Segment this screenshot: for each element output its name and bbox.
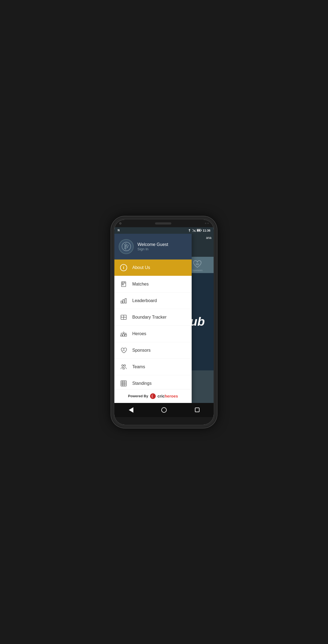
bg-club-text: ub (190, 315, 205, 329)
phone-hardware-bottom (114, 417, 214, 425)
sponsors-svg-icon (120, 347, 127, 354)
about-us-label: About Us (132, 265, 150, 270)
matches-svg-icon (120, 281, 127, 287)
navigation-drawer: Welcome Guest Sign In i About Us (114, 234, 192, 403)
matches-label: Matches (132, 282, 149, 287)
menu-item-sponsors[interactable]: Sponsors (114, 342, 192, 359)
menu-item-boundary-tracker[interactable]: 2 1 Boundary Tracker (114, 309, 192, 326)
sponsors-icon (120, 347, 127, 354)
powered-by-text: Powered By (128, 394, 148, 398)
home-icon (161, 407, 167, 413)
info-circle-icon: i (120, 264, 127, 271)
avatar (119, 239, 134, 254)
sponsors-label: Sponsors (192, 269, 202, 272)
screen-content: ana Sponsors ub (114, 234, 214, 403)
svg-point-28 (122, 365, 123, 366)
status-left: N (118, 229, 120, 232)
boundary-tracker-label: Boundary Tracker (132, 315, 166, 320)
svg-rect-2 (193, 230, 194, 232)
status-bar: N (114, 227, 214, 234)
svg-point-0 (189, 231, 190, 232)
standings-label: Standings (132, 381, 152, 386)
leaderboard-label: Leaderboard (132, 298, 157, 303)
svg-rect-7 (201, 230, 201, 231)
sensor1 (205, 223, 206, 224)
boundary-tracker-icon: 2 1 (120, 313, 127, 321)
menu-item-teams[interactable]: Teams (114, 359, 192, 375)
phone-hardware-top (114, 220, 214, 227)
phone-frame: N (111, 216, 217, 428)
svg-rect-26 (123, 334, 124, 336)
menu-list: i About Us (114, 259, 192, 389)
speaker (155, 222, 171, 225)
bg-partial-text: ana (206, 236, 211, 240)
status-right: 11:36 (188, 229, 210, 232)
svg-rect-16 (122, 284, 123, 285)
back-button[interactable] (126, 405, 136, 415)
wifi-icon (188, 229, 191, 232)
svg-rect-27 (125, 334, 127, 336)
recents-icon (195, 408, 200, 412)
menu-item-matches[interactable]: Matches (114, 276, 192, 293)
standings-icon (120, 380, 127, 387)
drawer-footer: Powered By cricheroes (114, 389, 192, 403)
boundary-svg-icon: 2 1 (120, 314, 127, 321)
battery-icon (197, 229, 202, 232)
sensor2 (207, 223, 209, 224)
menu-item-heroes[interactable]: Heroes (114, 326, 192, 342)
leaderboard-svg-icon (120, 297, 127, 304)
welcome-text: Welcome Guest (137, 242, 168, 247)
camera (119, 222, 121, 225)
teams-label: Teams (132, 364, 145, 369)
heroes-label: Heroes (132, 331, 146, 336)
avatar-logo-icon (121, 241, 132, 252)
heroes-icon (120, 330, 127, 338)
svg-rect-17 (121, 301, 122, 303)
svg-rect-25 (121, 335, 122, 336)
recents-button[interactable] (192, 405, 202, 415)
sponsors-heart-icon (193, 260, 202, 268)
teams-icon (120, 363, 127, 371)
about-us-icon: i (120, 264, 127, 271)
leaderboard-icon (120, 297, 127, 305)
phone-screen: N (114, 220, 214, 425)
menu-item-leaderboard[interactable]: Leaderboard (114, 293, 192, 309)
signin-link[interactable]: Sign In (137, 247, 168, 251)
network-indicator: N (118, 229, 120, 232)
cricheroes-logo-icon (150, 393, 156, 399)
heroes-svg-icon (120, 331, 127, 337)
home-button[interactable] (159, 405, 169, 415)
sponsors-label: Sponsors (132, 348, 151, 353)
svg-point-11 (122, 242, 131, 251)
drawer-header[interactable]: Welcome Guest Sign In (114, 234, 192, 259)
standings-svg-icon (120, 380, 127, 387)
signal-icon (192, 229, 196, 232)
sensors (205, 223, 209, 224)
teams-svg-icon (120, 364, 127, 370)
menu-item-standings[interactable]: Standings (114, 375, 192, 389)
svg-point-29 (124, 365, 126, 366)
svg-rect-19 (125, 299, 126, 303)
status-time: 11:36 (203, 229, 210, 232)
bottom-navigation (114, 403, 214, 417)
matches-icon (120, 280, 127, 288)
back-icon (129, 407, 133, 413)
drawer-header-text: Welcome Guest Sign In (137, 242, 168, 251)
svg-rect-18 (123, 300, 124, 303)
brand-cric: cricheroes (157, 394, 178, 399)
menu-item-about-us[interactable]: i About Us (114, 259, 192, 276)
svg-rect-1 (192, 231, 193, 232)
